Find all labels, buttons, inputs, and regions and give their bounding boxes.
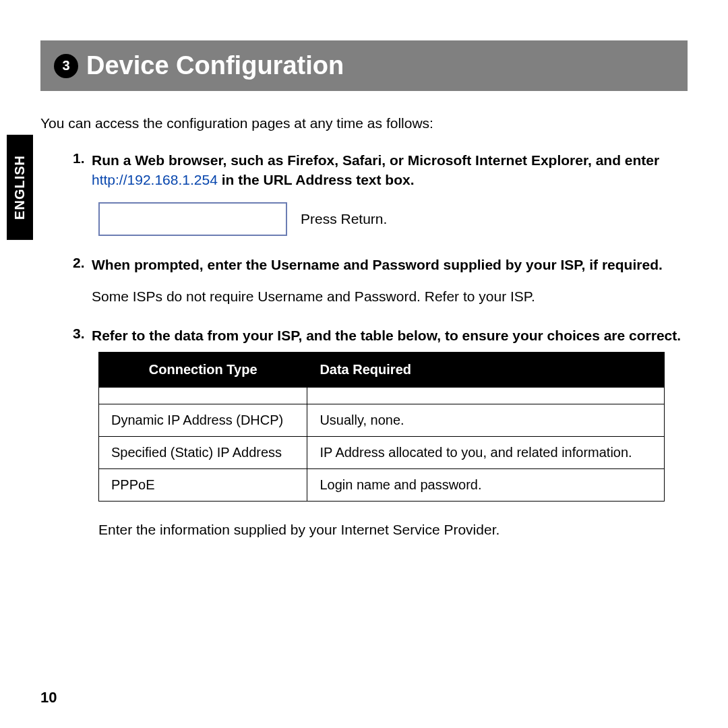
config-url-link[interactable]: http://192.168.1.254 <box>92 172 218 187</box>
table-row: Dynamic IP Address (DHCP) Usually, none. <box>99 404 665 436</box>
table-header-row: Connection Type Data Required <box>99 352 665 387</box>
step-1-text-after: in the URL Address text box. <box>218 172 415 187</box>
cell-connection-type: Dynamic IP Address (DHCP) <box>99 404 307 436</box>
step-2-subtext: Some ISPs do not require Username and Pa… <box>92 286 688 306</box>
cell-data-required: IP Address allocated to you, and related… <box>307 436 665 468</box>
cell-connection-type: PPPoE <box>99 468 307 501</box>
manual-page: 3 Device Configuration ENGLISH You can a… <box>0 0 728 728</box>
cell-connection-type: Specified (Static) IP Address <box>99 436 307 468</box>
col-header-data-required: Data Required <box>307 352 665 387</box>
language-tab: ENGLISH <box>7 135 33 240</box>
steps-list: Run a Web browser, such as Firefox, Safa… <box>73 150 688 538</box>
section-title: Device Configuration <box>86 51 344 80</box>
table-gap-row <box>99 387 665 404</box>
section-header: 3 Device Configuration <box>40 40 688 91</box>
connection-table: Connection Type Data Required Dynamic IP… <box>98 352 665 502</box>
step-3: Refer to the data from your ISP, and the… <box>73 326 688 538</box>
step-2-heading: When prompted, enter the Username and Pa… <box>92 257 663 272</box>
step-3-heading: Refer to the data from your ISP, and the… <box>92 328 681 343</box>
step-1-heading: Run a Web browser, such as Firefox, Safa… <box>92 152 659 187</box>
intro-text: You can access the configuration pages a… <box>40 115 688 131</box>
col-header-connection-type: Connection Type <box>99 352 307 387</box>
url-input-row: Press Return. <box>98 202 688 236</box>
url-address-input[interactable] <box>98 202 287 236</box>
cell-data-required: Usually, none. <box>307 404 665 436</box>
page-number: 10 <box>40 689 57 706</box>
step-1-text-before: Run a Web browser, such as Firefox, Safa… <box>92 152 659 168</box>
step-1: Run a Web browser, such as Firefox, Safa… <box>73 150 688 236</box>
press-return-label: Press Return. <box>301 211 387 227</box>
step-2: When prompted, enter the Username and Pa… <box>73 255 688 307</box>
step-number-badge: 3 <box>54 54 78 78</box>
closing-text: Enter the information supplied by your I… <box>98 522 688 538</box>
content-block: Run a Web browser, such as Firefox, Safa… <box>40 150 688 538</box>
cell-data-required: Login name and password. <box>307 468 665 501</box>
table-row: Specified (Static) IP Address IP Address… <box>99 436 665 468</box>
table-row: PPPoE Login name and password. <box>99 468 665 501</box>
